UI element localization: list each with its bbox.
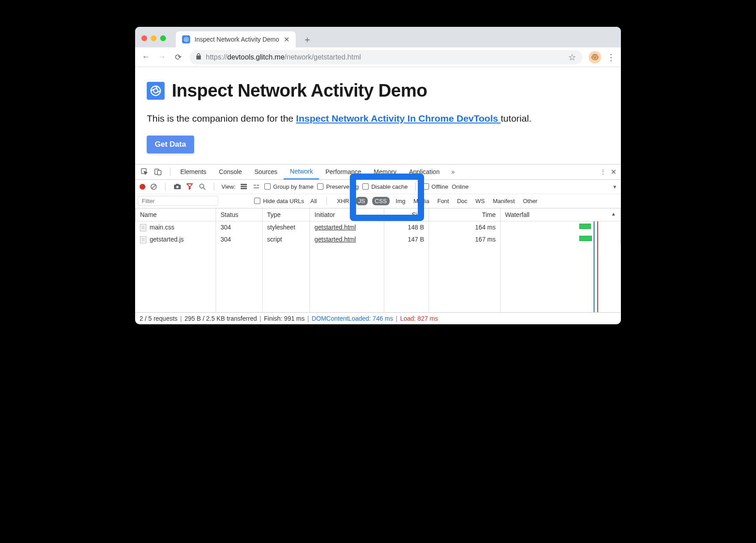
network-toolbar: View: Group by frame Preserve log Disabl… [135,180,621,194]
col-initiator[interactable]: Initiator [310,208,384,221]
tab-elements[interactable]: Elements [174,164,212,179]
offline-option[interactable]: Offline [423,183,448,190]
waterfall-cell [501,233,621,246]
status-requests: 2 / 5 requests [140,315,178,322]
browser-toolbar: ← → ⟳ https://devtools.glitch.me/network… [135,47,621,67]
screenshot-icon[interactable] [173,182,182,191]
svg-point-0 [184,37,188,41]
svg-line-8 [152,185,156,189]
disable-cache-option[interactable]: Disable cache [362,183,408,190]
url-text: https://devtools.glitch.me/network/getst… [206,53,361,61]
waterfall-cell [501,221,621,233]
reload-button[interactable]: ⟳ [171,50,185,64]
tab-memory[interactable]: Memory [368,164,403,179]
browser-window: Inspect Network Activity Demo ✕ ＋ ← → ⟳ … [135,27,621,324]
clear-icon[interactable] [149,182,158,191]
maximize-window-icon[interactable] [160,35,166,41]
forward-button[interactable]: → [155,50,169,64]
group-by-frame-option[interactable]: Group by frame [264,183,314,190]
bookmark-icon[interactable]: ☆ [568,52,576,63]
status-load: Load: 827 ms [400,315,438,322]
get-data-button[interactable]: Get Data [147,136,194,153]
svg-rect-6 [157,170,161,175]
tab-sources[interactable]: Sources [248,164,284,179]
col-size[interactable]: Size [384,208,429,221]
page-logo-icon [147,82,165,100]
tab-network[interactable]: Network [284,164,319,179]
close-window-icon[interactable] [141,35,147,41]
table-row[interactable]: getstarted.js 304 script getstarted.html… [136,233,621,246]
page-title: Inspect Network Activity Demo [172,81,427,101]
initiator-link[interactable]: getstarted.html [314,236,356,243]
back-button[interactable]: ← [139,50,153,64]
window-controls [141,35,166,41]
table-empty-area [135,246,621,313]
svg-rect-15 [241,186,247,187]
filter-type-other[interactable]: Other [521,197,539,205]
overview-icon[interactable] [252,182,261,191]
record-button[interactable] [140,184,145,190]
preserve-log-option[interactable]: Preserve log [317,183,359,190]
browser-tab[interactable]: Inspect Network Activity Demo ✕ [176,31,296,47]
tab-application[interactable]: Application [403,164,446,179]
large-rows-icon[interactable] [239,182,248,191]
svg-rect-14 [241,184,247,185]
network-filter-bar: Hide data URLs All XHR JS CSS Img Media … [135,194,621,208]
browser-menu-icon[interactable]: ⋮ [605,51,617,64]
initiator-link[interactable]: getstarted.html [314,224,356,231]
close-tab-icon[interactable]: ✕ [284,35,289,44]
tab-performance[interactable]: Performance [319,164,367,179]
svg-line-13 [204,188,205,190]
table-row[interactable]: main.css 304 stylesheet getstarted.html … [136,221,621,233]
devtools-close-icon[interactable]: ✕ [611,168,616,176]
svg-point-12 [200,184,204,188]
page-content: Inspect Network Activity Demo This is th… [135,67,621,164]
devtools-panel: Elements Console Sources Network Perform… [135,164,621,325]
filter-type-css[interactable]: CSS [372,197,390,205]
tutorial-link[interactable]: Inspect Network Activity In Chrome DevTo… [296,113,501,123]
col-time[interactable]: Time [429,208,501,221]
devtools-menu-icon[interactable]: ⋮ [600,168,606,175]
status-finish: Finish: 991 ms [264,315,305,322]
filter-type-js[interactable]: JS [356,197,368,205]
device-toolbar-icon[interactable] [153,167,163,177]
file-icon [140,236,146,243]
inspect-element-icon[interactable] [140,167,149,177]
filter-type-ws[interactable]: WS [474,197,487,205]
svg-point-11 [176,186,178,188]
file-icon [140,224,146,231]
col-name[interactable]: Name [136,208,216,221]
favicon-icon [182,35,190,43]
table-header-row: Name Status Type Initiator Size Time Wat… [136,208,621,221]
svg-point-3 [153,89,157,93]
filter-type-font[interactable]: Font [436,197,451,205]
address-bar[interactable]: https://devtools.glitch.me/network/getst… [190,50,582,64]
col-waterfall[interactable]: Waterfall▲ [501,208,621,221]
filter-icon[interactable] [185,182,194,191]
hide-data-urls-option[interactable]: Hide data URLs [254,198,304,204]
filter-type-img[interactable]: Img [394,197,408,205]
minimize-window-icon[interactable] [151,35,157,41]
filter-type-manifest[interactable]: Manifest [491,197,517,205]
svg-rect-16 [241,188,247,189]
devtools-tabs: Elements Console Sources Network Perform… [135,165,621,180]
tab-console[interactable]: Console [212,164,248,179]
new-tab-button[interactable]: ＋ [301,33,314,46]
throttling-select[interactable]: Online [452,183,469,190]
filter-type-all[interactable]: All [309,197,319,205]
more-tabs-icon[interactable]: » [446,168,460,175]
tab-bar: Inspect Network Activity Demo ✕ ＋ [135,27,621,47]
tab-title: Inspect Network Activity Demo [195,36,279,43]
filter-type-xhr[interactable]: XHR [335,197,351,205]
filter-input[interactable] [138,196,218,206]
filter-type-doc[interactable]: Doc [455,197,469,205]
filter-type-media[interactable]: Media [412,197,431,205]
page-intro: This is the companion demo for the Inspe… [147,111,609,126]
network-settings-icon[interactable]: ▾ [613,183,616,190]
profile-avatar[interactable]: 🐵 [589,51,601,64]
search-icon[interactable] [198,182,207,191]
status-transferred: 295 B / 2.5 KB transferred [184,315,257,322]
col-type[interactable]: Type [263,208,310,221]
lock-icon [196,53,201,61]
col-status[interactable]: Status [216,208,263,221]
